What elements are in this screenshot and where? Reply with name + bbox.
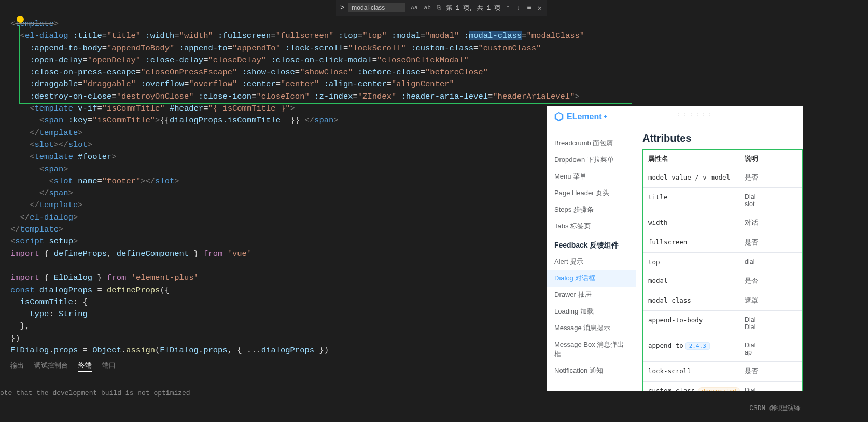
tab-terminal[interactable]: 终端	[78, 361, 92, 372]
table-row: modal是否	[643, 271, 802, 291]
table-row: lock-scroll是否	[643, 362, 802, 382]
nav-item[interactable]: Drawer 抽屉	[547, 287, 636, 303]
docs-header: ELement+ ⋮⋮⋮⋮⋮⋮	[547, 106, 803, 127]
lightbulb-icon[interactable]	[17, 16, 24, 23]
tab-ports[interactable]: 端口	[102, 361, 116, 372]
table-row: append-to2.4.3Dialap	[643, 336, 802, 362]
find-expand-icon[interactable]: >	[340, 4, 344, 12]
nav-item[interactable]: Dropdown 下拉菜单	[547, 152, 636, 168]
find-next-icon[interactable]: ↓	[515, 4, 522, 12]
nav-item[interactable]: Breadcrumb 面包屑	[547, 135, 636, 152]
attributes-table: 属性名说明 model-value / v-model是否titleDialsl…	[642, 149, 803, 391]
table-row: titleDialslot	[643, 188, 802, 213]
nav-item[interactable]: Notification 通知	[547, 362, 636, 379]
find-prev-icon[interactable]: ↑	[505, 4, 511, 12]
drag-handle-icon[interactable]: ⋮⋮⋮⋮⋮⋮	[676, 111, 713, 116]
table-row: topdial	[643, 253, 802, 271]
tab-output[interactable]: 输出	[10, 361, 24, 372]
nav-item[interactable]: Page Header 页头	[547, 185, 636, 201]
watermark: CSDN @阿狸演绎	[749, 403, 801, 413]
docs-content: Attributes 属性名说明 model-value / v-model是否…	[636, 127, 803, 391]
find-widget[interactable]: > Aa ab ⎘ 第 1 项, 共 1 项 ↑ ↓ ≡ ✕	[336, 0, 547, 16]
table-row: fullscreen是否	[643, 233, 802, 253]
terminal-output[interactable]: ote that the development build is not op…	[0, 389, 190, 397]
code-content[interactable]: <template> <el-dialog :title="title" :wi…	[0, 0, 547, 357]
table-row: append-to-bodyDialDial	[643, 311, 802, 336]
table-row: custom-classdeprecatedDial	[643, 382, 802, 391]
nav-item[interactable]: Loading 加载	[547, 303, 636, 320]
nav-item[interactable]: Steps 步骤条	[547, 201, 636, 218]
find-count: 第 1 项, 共 1 项	[446, 4, 501, 12]
attributes-title: Attributes	[642, 132, 803, 144]
code-editor[interactable]: > Aa ab ⎘ 第 1 项, 共 1 项 ↑ ↓ ≡ ✕ <template…	[0, 0, 547, 422]
find-menu-icon[interactable]: ≡	[526, 4, 532, 12]
docs-panel[interactable]: ELement+ ⋮⋮⋮⋮⋮⋮ Breadcrumb 面包屑Dropdown 下…	[547, 106, 803, 391]
nav-section: Feedback 反馈组件	[547, 235, 636, 253]
table-row: width对话	[643, 213, 802, 233]
nav-item[interactable]: Menu 菜单	[547, 168, 636, 185]
regex-icon[interactable]: ⎘	[436, 5, 442, 11]
nav-item[interactable]: Alert 提示	[547, 253, 636, 270]
table-header: 属性名说明	[643, 150, 802, 168]
nav-item[interactable]: Message Box 消息弹出框	[547, 336, 636, 362]
find-input[interactable]	[348, 3, 405, 12]
terminal-tabs: 输出 调试控制台 终端 端口	[10, 361, 116, 372]
table-row: model-value / v-model是否	[643, 168, 802, 188]
nav-item[interactable]: Message 消息提示	[547, 320, 636, 336]
docs-nav: Breadcrumb 面包屑Dropdown 下拉菜单Menu 菜单Page H…	[547, 127, 636, 391]
find-close-icon[interactable]: ✕	[537, 4, 543, 12]
nav-item[interactable]: Tabs 标签页	[547, 218, 636, 235]
table-row: modal-class遮罩	[643, 291, 802, 311]
nav-item[interactable]: Dialog 对话框	[547, 270, 636, 287]
element-logo-icon	[553, 111, 565, 122]
match-case-icon[interactable]: Aa	[410, 5, 418, 11]
match-word-icon[interactable]: ab	[423, 5, 432, 11]
tab-debug[interactable]: 调试控制台	[34, 361, 68, 372]
element-logo[interactable]: ELement+	[553, 111, 607, 122]
